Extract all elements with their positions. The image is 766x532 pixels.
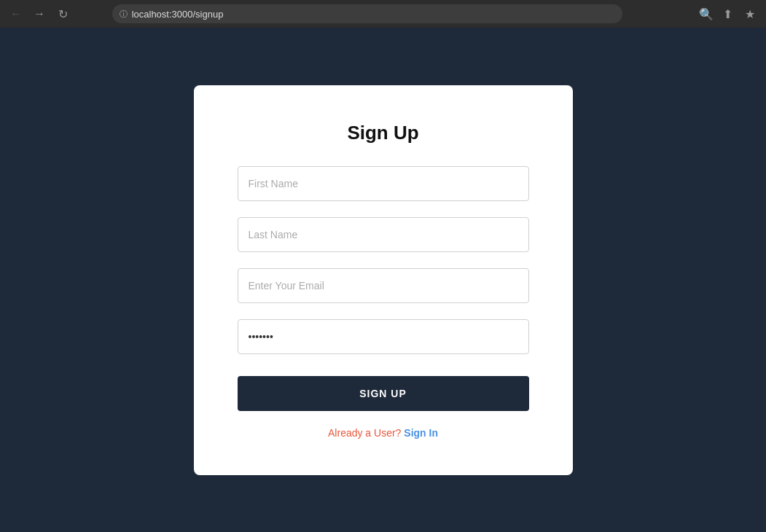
page-title: Sign Up — [347, 122, 418, 144]
reload-button[interactable]: ↻ — [54, 5, 71, 23]
address-bar: ⓘ localhost:3000/signup — [112, 4, 622, 23]
first-name-group — [238, 166, 529, 201]
bookmark-button[interactable]: ★ — [741, 5, 759, 23]
url-text: localhost:3000/signup — [132, 9, 224, 20]
already-user-text: Already a User? — [328, 427, 401, 439]
browser-actions: 🔍 ⬆ ★ — [697, 5, 759, 23]
back-button[interactable]: ← — [7, 5, 25, 23]
password-input[interactable] — [238, 319, 529, 354]
signup-button[interactable]: SIGN UP — [238, 376, 529, 411]
share-button[interactable]: ⬆ — [719, 5, 737, 23]
last-name-group — [238, 217, 529, 252]
first-name-input[interactable] — [238, 166, 529, 201]
signin-prompt: Already a User? Sign In — [328, 427, 438, 439]
page-content: Sign Up SIGN UP Already a User? Sign In — [0, 28, 766, 532]
email-input[interactable] — [238, 268, 529, 303]
signin-link[interactable]: Sign In — [404, 427, 438, 439]
last-name-input[interactable] — [238, 217, 529, 252]
forward-button[interactable]: → — [31, 5, 48, 23]
browser-chrome: ← → ↻ ⓘ localhost:3000/signup 🔍 ⬆ ★ — [0, 0, 766, 28]
password-group — [238, 319, 529, 354]
zoom-button[interactable]: 🔍 — [697, 5, 715, 23]
lock-icon: ⓘ — [120, 9, 128, 20]
signup-card: Sign Up SIGN UP Already a User? Sign In — [194, 85, 573, 475]
email-group — [238, 268, 529, 303]
